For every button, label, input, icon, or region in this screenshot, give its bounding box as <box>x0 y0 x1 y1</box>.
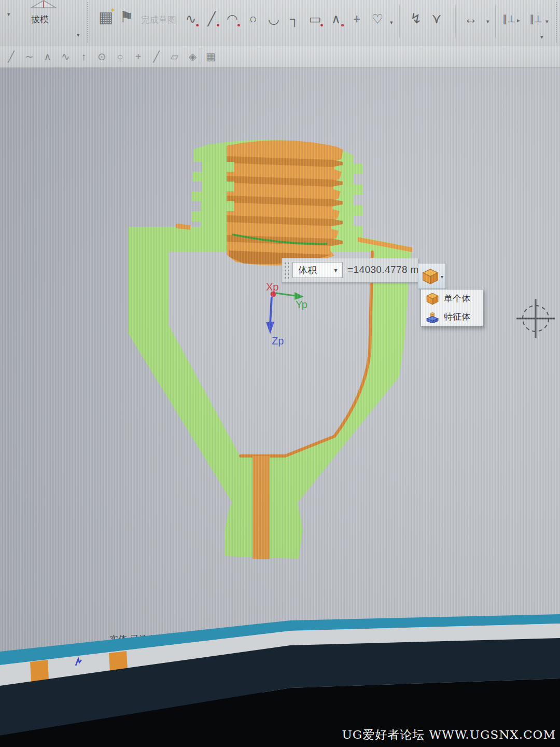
monitor-screen: ▾ 拔模 ▾ ▦⚑ ✦ 完成草图 ∿╱◠○◡┐▭∧+♡ ▾ ↯⋎ ↔ ▾ ▸ <box>0 0 560 693</box>
forum-watermark: UG爱好者论坛 WWW.UGSNX.COM <box>342 727 556 743</box>
y-axis-label: Yp <box>296 299 307 310</box>
finish-flag-icon[interactable]: ⚑ <box>116 4 137 29</box>
sketch-group-icons: ▦⚑ <box>95 4 137 29</box>
curve-flyout-arrow-icon[interactable]: ▾ <box>390 20 393 25</box>
dimension-tools: ↔ <box>460 6 481 31</box>
chevron-down-icon[interactable]: ▾ <box>441 274 443 280</box>
ribbon-separator <box>495 5 496 38</box>
finish-sketch-label[interactable]: 完成草图 <box>141 14 176 26</box>
fillet-icon[interactable]: ◡ <box>263 6 284 31</box>
measure-type-dropdown[interactable]: 体积 ▼ <box>292 262 343 278</box>
body-type-button[interactable]: ▾ <box>418 263 446 289</box>
point-up-icon[interactable]: ↑ <box>76 47 92 66</box>
thread-tooth <box>226 201 234 211</box>
sheet-icon[interactable]: ▱ <box>166 47 183 66</box>
circle2-icon[interactable]: ○ <box>112 47 128 66</box>
geometric-constraint-icon[interactable]: ∥⊥ <box>498 6 520 31</box>
point-icon[interactable]: + <box>346 6 367 31</box>
circle-icon[interactable]: ○ <box>243 6 263 31</box>
feature-body-icon <box>426 311 439 323</box>
draft-icon[interactable] <box>30 0 57 8</box>
z-axis-label: Zp <box>272 335 284 347</box>
more-tools-arrow-icon[interactable]: ▾ <box>540 34 543 40</box>
secondary-tools: ╱∼∧∿↑⊙○+╱▱◈▦ <box>3 47 219 66</box>
line-icon[interactable]: ╱ <box>201 6 222 31</box>
draft-label[interactable]: 拔模 <box>31 13 49 25</box>
polyline-icon[interactable]: ∧ <box>326 6 346 31</box>
menu-item-label: 特征体 <box>444 311 470 323</box>
rotate-center-crosshair-icon <box>516 299 555 338</box>
line2-icon[interactable]: ╱ <box>3 47 19 66</box>
curve2-icon[interactable]: ∼ <box>21 47 37 66</box>
mesh-icon[interactable]: ◈ <box>185 47 201 66</box>
polyline2-icon[interactable]: ∧ <box>39 47 55 66</box>
graphics-viewport[interactable]: Xp Yp Zp <box>0 68 560 693</box>
ribbon-row-1: ▾ 拔模 ▾ ▦⚑ ✦ 完成草图 ∿╱◠○◡┐▭∧+♡ ▾ ↯⋎ ↔ ▾ ▸ <box>0 0 560 46</box>
curve-tools: ∿╱◠○◡┐▭∧+♡ <box>180 6 388 31</box>
flyout-arrow-icon[interactable]: ▾ <box>7 11 10 17</box>
ribbon-separator <box>399 5 400 38</box>
quick-extend-icon[interactable]: ⋎ <box>426 6 447 31</box>
stem-channel[interactable] <box>253 456 270 559</box>
thread-tooth <box>226 162 234 172</box>
menu-item-label: 单个体 <box>444 293 470 305</box>
auto-constraint-icon[interactable]: ∥⊥ <box>525 6 547 31</box>
grid-table-icon[interactable]: ▦ <box>203 47 219 66</box>
offset-curve-icon[interactable]: ♡ <box>367 6 388 31</box>
dimension-flyout-arrow-icon[interactable]: ▾ <box>486 19 489 24</box>
ribbon-row-2: ╱∼∧∿↑⊙○+╱▱◈▦ <box>0 46 560 68</box>
measure-type-label: 体积 <box>293 264 333 276</box>
model-canvas[interactable]: Xp Yp Zp <box>0 68 560 693</box>
drag-grip-icon[interactable] <box>284 261 290 279</box>
plus2-icon[interactable]: + <box>130 47 146 66</box>
chevron-down-icon[interactable]: ▼ <box>333 267 342 273</box>
quick-trim-icon[interactable]: ↯ <box>405 6 426 31</box>
profile-icon[interactable]: ∿ <box>180 6 201 31</box>
menu-item-single-body[interactable]: 单个体 <box>421 289 483 308</box>
constraint-tools: ∥⊥∥⊥ <box>498 6 547 31</box>
constraint-flyout-arrow-icon[interactable]: ▾ <box>545 19 549 24</box>
rapid-dimension-icon[interactable]: ↔ <box>460 6 481 31</box>
x-axis-label: Xp <box>266 281 278 293</box>
ribbon-separator <box>200 48 200 64</box>
new-sketch-star-icon: ✦ <box>110 6 116 14</box>
measurement-toolbar[interactable]: 体积 ▼ =14030.4778 mm³ <box>282 258 418 283</box>
status-message: 实体 已选定 <box>110 634 157 645</box>
menu-item-feature-body[interactable]: 特征体 <box>421 308 483 326</box>
solid-cube-icon <box>422 268 439 285</box>
draft-flyout-arrow-icon[interactable]: ▾ <box>77 32 80 38</box>
slash2-icon[interactable]: ╱ <box>148 47 164 66</box>
solid-cube-icon <box>426 293 439 305</box>
thread-tooth <box>226 182 234 191</box>
ribbon-separator <box>556 2 557 43</box>
chamfer-icon[interactable]: ┐ <box>284 6 305 31</box>
ribbon-separator <box>455 5 456 38</box>
arc-icon[interactable]: ◠ <box>222 6 243 31</box>
ribbon-separator <box>87 2 88 43</box>
body-type-menu: 单个体 特征体 <box>421 289 483 327</box>
circle-center-icon[interactable]: ⊙ <box>94 47 110 66</box>
trim-tools: ↯⋎ <box>405 6 447 31</box>
spline2-icon[interactable]: ∿ <box>58 47 74 66</box>
rectangle-icon[interactable]: ▭ <box>305 6 326 31</box>
